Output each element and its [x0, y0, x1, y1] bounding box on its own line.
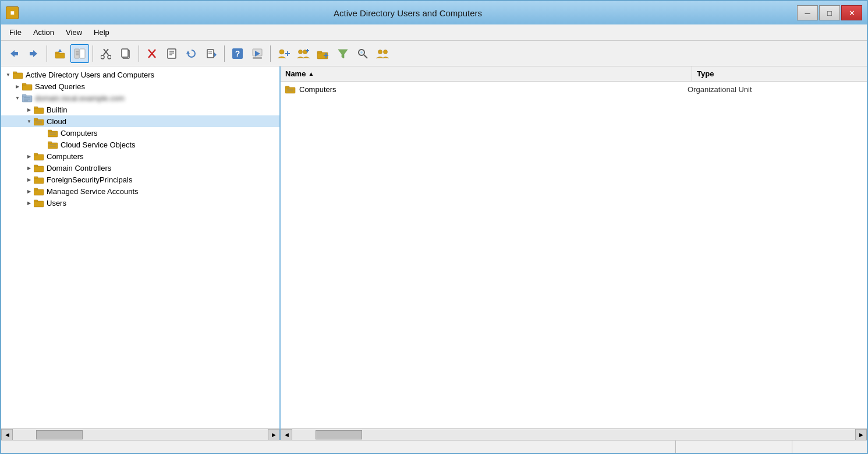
window-controls: ─ □ ✕: [797, 5, 862, 20]
svg-rect-80: [34, 189, 44, 195]
tree-scrollbar: ◀ ▶: [1, 428, 279, 440]
foreign-security-expand[interactable]: ▶: [24, 175, 34, 184]
maximize-button[interactable]: □: [819, 5, 840, 20]
export-list-button[interactable]: [202, 44, 221, 63]
svg-rect-82: [34, 201, 44, 207]
root-expand-icon[interactable]: ▼: [3, 70, 13, 79]
root-icon: [13, 70, 23, 79]
svg-point-48: [360, 51, 363, 54]
svg-marker-6: [58, 49, 62, 52]
domain-controllers-label: Domain Controllers: [47, 164, 111, 173]
sep4: [224, 45, 225, 62]
cut-button[interactable]: [97, 44, 115, 63]
root-label: Active Directory Users and Computers: [26, 71, 154, 79]
svg-point-34: [279, 50, 284, 54]
list-header: Name ▲ Type: [281, 66, 867, 82]
tree-item-domain-controllers[interactable]: ▶ Domain Controllers: [1, 162, 279, 174]
tree-item-managed-service[interactable]: ▶ Managed Service Accounts: [1, 185, 279, 197]
tree-item-computers[interactable]: ▶ Computers: [1, 150, 279, 162]
tree-scroll-right[interactable]: ▶: [268, 429, 279, 441]
tree-item-domain[interactable]: ▼ domain.local.example.com: [1, 92, 279, 104]
tree-item-users[interactable]: ▶ Users: [1, 197, 279, 209]
list-panel: Name ▲ Type C: [281, 66, 867, 440]
tree-item-foreign-security[interactable]: ▶ ForeignSecurityPrincipals: [1, 174, 279, 185]
tree-scroll-left[interactable]: ◀: [1, 429, 13, 441]
svg-rect-17: [122, 49, 128, 57]
list-item-type: Organizational Unit: [688, 85, 862, 94]
list-col-type[interactable]: Type: [692, 66, 867, 81]
svg-rect-1: [15, 52, 18, 55]
tree-item-cloud[interactable]: ▼ Cloud: [1, 115, 279, 127]
svg-rect-5: [55, 52, 59, 54]
list-scroll-thumb[interactable]: [316, 430, 362, 439]
cloud-expand[interactable]: ▼: [24, 117, 34, 126]
list-scroll-track[interactable]: [292, 430, 855, 440]
menu-view[interactable]: View: [60, 26, 88, 38]
run-script-button[interactable]: [248, 44, 267, 63]
minimize-button[interactable]: ─: [797, 5, 818, 20]
users-expand[interactable]: ▶: [24, 198, 34, 207]
menu-help[interactable]: Help: [88, 26, 115, 38]
search-button[interactable]: [353, 44, 372, 63]
tree-scroll-track[interactable]: [13, 430, 268, 440]
foreign-security-label: ForeignSecurityPrincipals: [47, 175, 132, 184]
svg-point-14: [101, 55, 104, 59]
new-user-button[interactable]: [274, 44, 293, 63]
builtin-icon: [34, 105, 44, 114]
svg-point-50: [384, 50, 388, 54]
svg-point-15: [108, 55, 111, 59]
saved-queries-label: Saved Queries: [35, 82, 85, 91]
tree-item-builtin[interactable]: ▶ Builtin: [1, 104, 279, 115]
close-button[interactable]: ✕: [841, 5, 862, 20]
svg-rect-3: [30, 52, 33, 55]
builtin-expand[interactable]: ▶: [24, 105, 34, 114]
computers-expand[interactable]: ▶: [24, 152, 34, 161]
svg-rect-52: [13, 72, 17, 73]
cloud-service-objects-label: Cloud Service Objects: [61, 140, 136, 149]
list-scrollbar: ◀ ▶: [281, 428, 867, 440]
back-button[interactable]: [5, 44, 23, 63]
menu-file[interactable]: File: [3, 26, 27, 38]
show-hide-console-button[interactable]: [70, 44, 89, 63]
menu-action[interactable]: Action: [27, 26, 60, 38]
tree-item-cloud-computers[interactable]: ▶ Computers: [1, 127, 279, 139]
svg-rect-54: [22, 83, 26, 85]
list-item-icon: [285, 85, 296, 94]
tree-root[interactable]: ▼ Active Directory Users and Computers: [1, 69, 279, 80]
list-item[interactable]: Computers Organizational Unit: [281, 83, 867, 96]
computers-label: Computers: [47, 152, 84, 161]
managed-service-icon: [34, 186, 44, 196]
saved-queries-expand[interactable]: ▶: [13, 82, 22, 91]
filter-button[interactable]: [334, 44, 352, 63]
refresh-button[interactable]: [182, 44, 201, 63]
domain-expand[interactable]: ▼: [13, 93, 22, 103]
domain-controllers-expand[interactable]: ▶: [24, 163, 34, 173]
builtin-label: Builtin: [47, 105, 67, 114]
forward-button[interactable]: [24, 44, 43, 63]
svg-rect-66: [48, 131, 58, 137]
list-content: Computers Organizational Unit: [281, 82, 867, 428]
list-scroll-right[interactable]: ▶: [855, 429, 867, 441]
list-scroll-left[interactable]: ◀: [281, 429, 292, 441]
users-icon: [34, 198, 44, 207]
svg-rect-74: [34, 154, 44, 160]
new-group-button[interactable]: [294, 44, 313, 63]
up-button[interactable]: [51, 44, 69, 63]
delegate-button[interactable]: [373, 44, 392, 63]
tree-scroll-thumb[interactable]: [36, 430, 83, 439]
list-col-name[interactable]: Name ▲: [281, 66, 692, 81]
tree-item-cloud-service-objects[interactable]: ▶ Cloud Service Objects: [1, 139, 279, 150]
svg-rect-83: [34, 200, 38, 202]
new-ou-button[interactable]: [314, 44, 332, 63]
tree-item-saved-queries[interactable]: ▶ Saved Queries: [1, 80, 279, 92]
toolbar: ?: [1, 41, 867, 66]
cloud-icon: [34, 117, 44, 126]
help-button[interactable]: ?: [228, 44, 247, 63]
managed-service-expand[interactable]: ▶: [24, 186, 34, 196]
delete-button[interactable]: [143, 44, 161, 63]
tree-panel: ▼ Active Directory Users and Computers ▶: [1, 66, 281, 440]
svg-rect-20: [168, 49, 176, 58]
svg-rect-79: [34, 177, 38, 178]
copy-button[interactable]: [116, 44, 135, 63]
properties-button[interactable]: [162, 44, 181, 63]
